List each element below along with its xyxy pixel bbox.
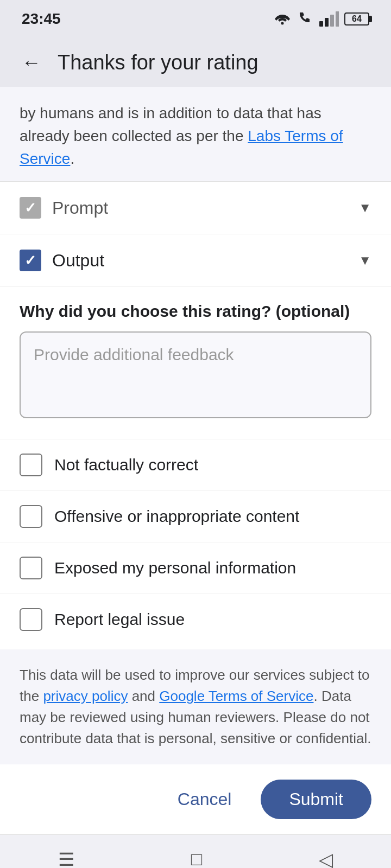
menu-nav-icon[interactable]: ☰ <box>58 848 74 869</box>
personal-info-label: Exposed my personal information <box>54 559 296 577</box>
status-icons: 64 <box>274 10 369 28</box>
feedback-textarea[interactable]: Provide additional feedback <box>20 331 371 418</box>
privacy-policy-link[interactable]: privacy policy <box>43 688 128 704</box>
status-bar: 23:45 64 <box>0 0 391 38</box>
svg-rect-1 <box>319 21 323 27</box>
personal-info-checkbox[interactable] <box>20 557 42 579</box>
output-checkmark: ✓ <box>24 253 36 267</box>
wifi-icon <box>274 10 291 28</box>
nav-bar: ☰ □ ◁ <box>0 834 391 868</box>
option-not-factual: Not factually correct <box>0 439 391 490</box>
offensive-checkbox[interactable] <box>20 505 42 528</box>
output-row: ✓ Output ▼ <box>0 234 391 287</box>
legal-issue-checkbox[interactable] <box>20 608 42 631</box>
footer-text-between: and <box>128 688 159 704</box>
google-tos-link[interactable]: Google Terms of Service <box>159 688 313 704</box>
not-factual-checkbox[interactable] <box>20 454 42 476</box>
call-icon <box>297 10 314 28</box>
rating-question: Why did you choose this rating? (optiona… <box>20 302 371 321</box>
intro-text: by humans and is in addition to data tha… <box>0 87 391 182</box>
option-legal-issue: Report legal issue <box>0 593 391 645</box>
header: ← Thanks for your rating <box>0 38 391 87</box>
svg-rect-3 <box>330 15 334 27</box>
prompt-row-content: ✓ Prompt <box>20 197 348 219</box>
offensive-label: Offensive or inappropriate content <box>54 507 299 526</box>
prompt-checkmark: ✓ <box>24 201 36 215</box>
svg-rect-2 <box>325 18 329 27</box>
submit-button[interactable]: Submit <box>261 780 371 819</box>
footer-disclaimer: This data will be used to improve our se… <box>0 649 391 764</box>
cancel-button[interactable]: Cancel <box>165 781 245 818</box>
option-personal-info: Exposed my personal information <box>0 542 391 593</box>
page-title: Thanks for your rating <box>58 51 258 74</box>
rating-section: Why did you choose this rating? (optiona… <box>0 287 391 439</box>
main-content: by humans and is in addition to data tha… <box>0 87 391 834</box>
legal-issue-label: Report legal issue <box>54 610 185 629</box>
back-nav-icon[interactable]: ◁ <box>319 848 333 869</box>
prompt-label: Prompt <box>52 198 348 218</box>
battery-indicator: 64 <box>344 12 369 25</box>
prompt-checkbox[interactable]: ✓ <box>20 197 41 219</box>
back-button[interactable]: ← <box>16 46 47 79</box>
svg-rect-4 <box>336 11 339 27</box>
output-label: Output <box>52 251 348 271</box>
home-nav-icon[interactable]: □ <box>191 848 203 868</box>
prompt-row: ✓ Prompt ▼ <box>0 182 391 234</box>
options-list: Not factually correct Offensive or inapp… <box>0 439 391 645</box>
feedback-placeholder: Provide additional feedback <box>34 346 234 363</box>
action-buttons: Cancel Submit <box>0 764 391 834</box>
intro-suffix: . <box>70 150 74 167</box>
battery-level: 64 <box>352 14 362 24</box>
svg-point-0 <box>281 22 284 25</box>
signal-icon <box>319 11 339 27</box>
output-row-content: ✓ Output <box>20 250 348 271</box>
output-checkbox[interactable]: ✓ <box>20 250 41 271</box>
prompt-dropdown-arrow[interactable]: ▼ <box>358 200 371 215</box>
status-time: 23:45 <box>22 10 61 28</box>
not-factual-label: Not factually correct <box>54 456 198 474</box>
output-dropdown-arrow[interactable]: ▼ <box>358 253 371 268</box>
option-offensive: Offensive or inappropriate content <box>0 490 391 542</box>
